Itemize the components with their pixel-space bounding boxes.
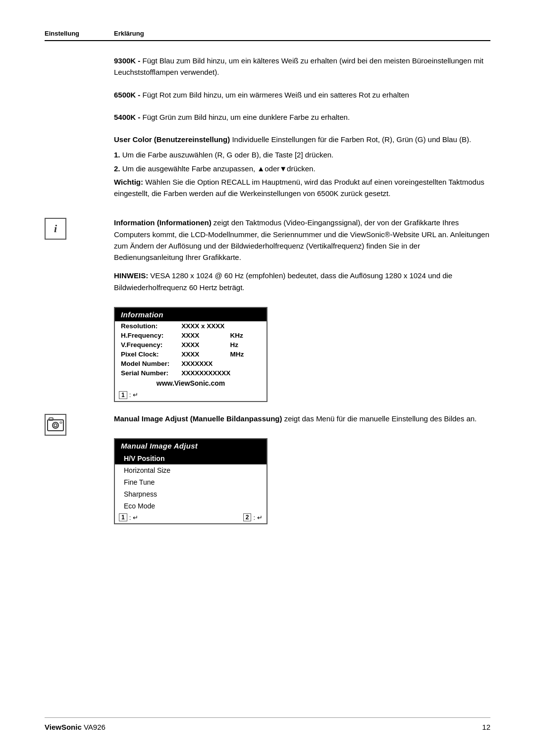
info-icon-col: i (45, 217, 114, 240)
info-icon: i (45, 218, 66, 240)
page: Einstellung Erklärung 9300K - Fügt Blau … (0, 0, 535, 756)
val-hfreq: XXXX (175, 331, 228, 340)
val-serialnumber: XXXXXXXXXXX (175, 368, 267, 378)
val-modelnumber: XXXXXXX (175, 359, 267, 368)
table-row: Pixel Clock: XXXX MHz (115, 350, 267, 359)
val-pixelclock: XXXX (175, 350, 228, 359)
label-6500k: 6500K - (114, 91, 140, 99)
mia-box-title: Manual Image Adjust (115, 439, 267, 453)
footer-brand: ViewSonic (45, 723, 82, 731)
label-mia: Manual Image Adjust (Manuelle Bildanpass… (114, 414, 282, 423)
mia-icon-col (45, 413, 114, 436)
mia-item-hsize: Horizontal Size (115, 464, 267, 476)
mia-key1-separator: : (129, 514, 131, 521)
label-9300k: 9300K - (114, 56, 140, 65)
mia-item-sharpness: Sharpness (115, 488, 267, 500)
mia-key1: 1 (119, 513, 127, 521)
info-key1: 1 (119, 391, 127, 399)
table-header: Einstellung Erklärung (45, 30, 490, 41)
info-key1-separator: : (129, 391, 131, 399)
mia-icon (45, 414, 66, 436)
info-box-title: Information (115, 308, 267, 321)
mia-footer-right: 2 : ↵ (243, 513, 263, 521)
para-5400k: 5400K - Fügt Grün zum Bild hinzu, um ein… (114, 111, 490, 123)
mia-key2-separator: : (253, 514, 255, 521)
table-row: Resolution: XXXX x XXXX (115, 321, 267, 331)
text-mia: zeigt das Menü für die manuelle Einstell… (284, 414, 477, 423)
info-website: www.ViewSonic.com (115, 378, 267, 390)
mia-footer-left: 1 : ↵ (119, 513, 138, 521)
para-step2: 2. Um die ausgewählte Farbe anzupassen, … (114, 163, 490, 174)
info-text-col: Information (Informationen) zeigt den Ta… (114, 217, 490, 402)
mia-item-ecomode: Eco Mode (115, 500, 267, 512)
info-box: Information Resolution: XXXX x XXXX H.Fr… (114, 307, 268, 402)
row-mia: Manual Image Adjust (Manuelle Bildanpass… (45, 413, 490, 524)
svg-rect-1 (49, 418, 53, 420)
label-hinweis: HINWEIS: (114, 271, 148, 280)
label-serialnumber: Serial Number: (115, 368, 175, 378)
para-mia: Manual Image Adjust (Manuelle Bildanpass… (114, 413, 490, 424)
label-usercolor: User Color (Benutzereinstellung) (114, 135, 230, 144)
text-5400k: Fügt Grün zum Bild hinzu, um eine dunkle… (143, 113, 350, 121)
svg-rect-0 (48, 420, 63, 431)
table-row: H.Frequency: XXXX KHz (115, 331, 267, 340)
text-9300k: Fügt Blau zum Bild hinzu, um ein kältere… (114, 56, 483, 76)
mia-item-hvposition: H/V Position (115, 453, 267, 464)
mia-text-col: Manual Image Adjust (Manuelle Bildanpass… (114, 413, 490, 524)
label-5400k: 5400K - (114, 113, 140, 121)
table-row: Serial Number: XXXXXXXXXXX (115, 368, 267, 378)
label-resolution: Resolution: (115, 321, 175, 331)
camera-svg (47, 417, 64, 432)
para-hinweis: HINWEIS: VESA 1280 x 1024 @ 60 Hz (empfo… (114, 270, 490, 293)
label-wichtig: Wichtig: (114, 178, 143, 186)
mia-item-finetune: Fine Tune (115, 476, 267, 488)
mia-box: Manual Image Adjust H/V Position Horizon… (114, 438, 268, 524)
label-vfreq: V.Frequency: (115, 340, 175, 350)
svg-point-2 (53, 422, 58, 428)
val-resolution: XXXX x XXXX (175, 321, 267, 331)
info-footer: 1 : ↵ (115, 390, 267, 401)
row-information: i Information (Informationen) zeigt den … (45, 217, 490, 402)
unit-vfreq: Hz (228, 340, 267, 350)
text-step1: Um die Farbe auszuwählen (R, G oder B), … (122, 151, 334, 159)
table-row: V.Frequency: XXXX Hz (115, 340, 267, 350)
label-modelnumber: Model Number: (115, 359, 175, 368)
text-step2: Um die ausgewählte Farbe anzupassen, ▲od… (122, 164, 316, 173)
info-key1-icon: ↵ (133, 391, 138, 399)
label-hfreq: H.Frequency: (115, 331, 175, 340)
text-hinweis: VESA 1280 x 1024 @ 60 Hz (empfohlen) bed… (114, 271, 452, 291)
info-table: Resolution: XXXX x XXXX H.Frequency: XXX… (115, 321, 267, 378)
para-usercolor: User Color (Benutzereinstellung) Individ… (114, 134, 490, 145)
text-usercolor: Individuelle Einstellungen für die Farbe… (232, 135, 471, 144)
para-wichtig: Wichtig: Wählen Sie die Option RECALL im… (114, 176, 490, 200)
mia-footer: 1 : ↵ 2 : ↵ (115, 512, 267, 523)
unit-pixelclock: MHz (228, 350, 267, 359)
footer-page-number: 12 (482, 723, 490, 731)
mia-key2: 2 (243, 513, 252, 521)
label-pixelclock: Pixel Clock: (115, 350, 175, 359)
header-col-einstellung: Einstellung (45, 30, 114, 37)
footer-brand-model: ViewSonic VA926 (45, 723, 106, 731)
para-6500k: 6500K - Fügt Rot zum Bild hinzu, um ein … (114, 89, 490, 101)
table-row: Model Number: XXXXXXX (115, 359, 267, 368)
page-footer: ViewSonic VA926 12 (45, 717, 490, 731)
text-6500k: Fügt Rot zum Bild hinzu, um ein wärmeres… (143, 91, 409, 99)
svg-rect-4 (60, 422, 62, 423)
svg-point-3 (54, 424, 57, 427)
para-9300k: 9300K - Fügt Blau zum Bild hinzu, um ein… (114, 55, 490, 78)
footer-model-text: VA926 (84, 723, 106, 731)
unit-hfreq: KHz (228, 331, 267, 340)
text-wichtig: Wählen Sie die Option RECALL im Hauptmen… (114, 178, 484, 198)
para-step1: 1. Um die Farbe auszuwählen (R, G oder B… (114, 149, 490, 160)
label-information: Information (Informationen) (114, 218, 212, 227)
mia-key2-icon: ↵ (257, 514, 263, 521)
para-info: Information (Informationen) zeigt den Ta… (114, 217, 490, 263)
label-step1-num: 1. (114, 151, 120, 159)
val-vfreq: XXXX (175, 340, 228, 350)
mia-key1-icon: ↵ (133, 514, 138, 521)
header-col-erklarung: Erklärung (114, 30, 144, 37)
label-step2-num: 2. (114, 164, 120, 173)
